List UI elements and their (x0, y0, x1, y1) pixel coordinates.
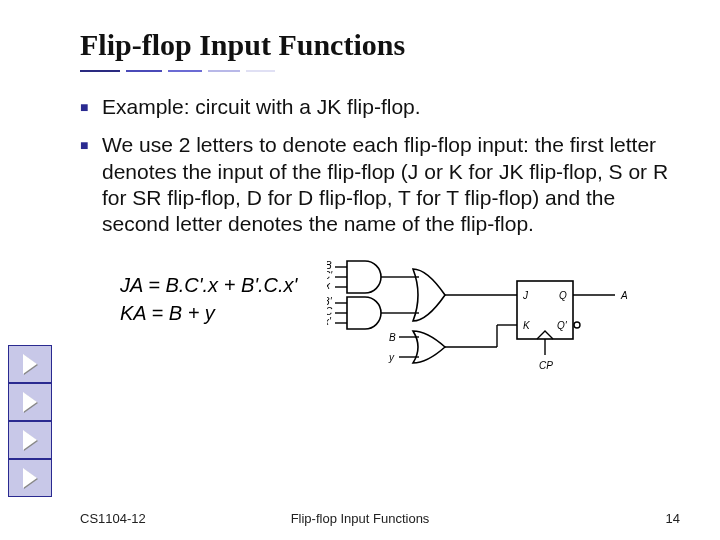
nav-chevrons (8, 345, 52, 497)
bullet-text: Example: circuit with a JK flip-flop. (102, 94, 421, 120)
bullet-item: ■ We use 2 letters to denote each flip-f… (80, 132, 680, 237)
chevron-icon (8, 459, 52, 497)
footer-page-number: 14 (666, 511, 680, 526)
slide-footer: CS1104-12 Flip-flop Input Functions 14 (0, 511, 720, 526)
equations: JA = B.C'.x + B'.C.x' KA = B + y (120, 271, 297, 327)
diagram-row: JA = B.C'.x + B'.C.x' KA = B + y (120, 255, 680, 375)
svg-point-19 (574, 322, 580, 328)
label-ff-qbar: Q' (557, 320, 568, 331)
bullet-icon: ■ (80, 94, 92, 120)
bullet-text: We use 2 letters to denote each flip-flo… (102, 132, 680, 237)
label-and1-in2: x (327, 280, 331, 291)
bullet-list: ■ Example: circuit with a JK flip-flop. … (80, 94, 680, 237)
label-or2-in0: B (389, 332, 396, 343)
slide: Flip-flop Input Functions ■ Example: cir… (0, 0, 720, 540)
title-underline (80, 70, 650, 72)
circuit-diagram: B C' x B' C x' B y J K Q Q' A CP (327, 255, 647, 375)
footer-course: CS1104-12 (80, 511, 146, 526)
label-or2-in1: y (388, 352, 395, 363)
label-and2-in2: x' (327, 316, 332, 327)
equation-ja: JA = B.C'.x + B'.C.x' (120, 271, 297, 299)
label-ff-q: Q (559, 290, 567, 301)
chevron-icon (8, 383, 52, 421)
bullet-icon: ■ (80, 132, 92, 158)
label-output-a: A (620, 290, 628, 301)
bullet-item: ■ Example: circuit with a JK flip-flop. (80, 94, 680, 120)
chevron-icon (8, 345, 52, 383)
equation-ka: KA = B + y (120, 299, 297, 327)
label-ff-j: J (522, 290, 529, 301)
label-ff-k: K (523, 320, 531, 331)
slide-title: Flip-flop Input Functions (80, 28, 680, 62)
chevron-icon (8, 421, 52, 459)
label-clock: CP (539, 360, 553, 371)
